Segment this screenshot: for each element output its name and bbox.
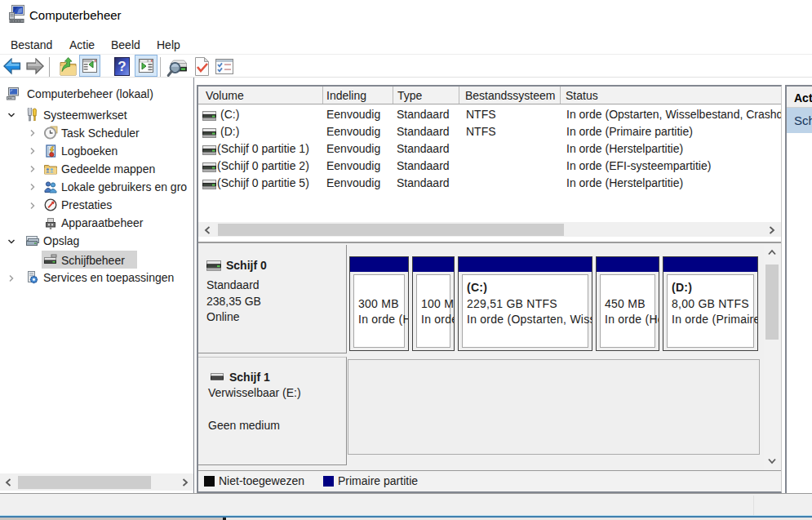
- svg-text:?: ?: [118, 59, 126, 74]
